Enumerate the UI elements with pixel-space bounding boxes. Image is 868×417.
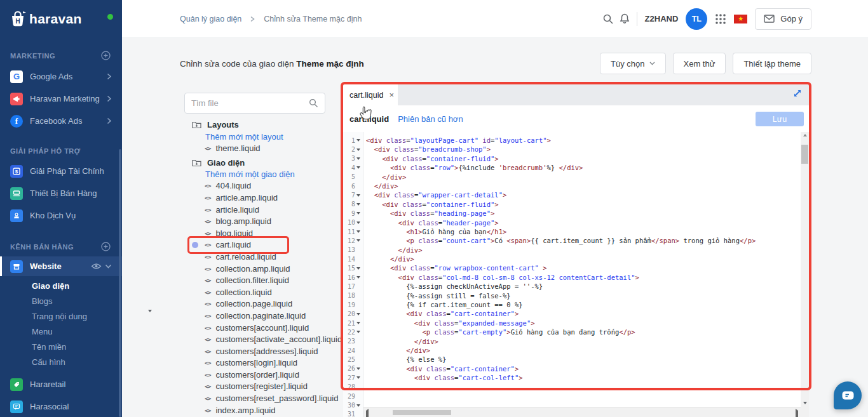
logo-row[interactable]: H haravan [0, 0, 122, 38]
editor-horizontal-scrollbar[interactable] [363, 407, 801, 417]
code-content[interactable]: <div class="layoutPage-cart" id="layout-… [363, 132, 809, 417]
tree-file-collection-amp-liquid[interactable]: <>collection.amp.liquid [184, 263, 325, 275]
code-line[interactable]: <div class="breadcrumb-shop"> [366, 145, 809, 154]
code-line[interactable]: <div class="layoutPage-cart" id="layout-… [366, 136, 809, 145]
fold-arrow-icon[interactable] [355, 404, 362, 407]
tree-file-customers-register-liquid[interactable]: <>customers[register].liquid [184, 381, 325, 393]
old-version-link[interactable]: Phiên bản cũ hơn [398, 114, 463, 124]
code-line[interactable] [366, 383, 809, 392]
code-line[interactable]: {% if cart.item_count == 0 %} [366, 300, 809, 309]
sidebar-item-harasocial[interactable]: Harasocial [0, 395, 122, 417]
file-search-box[interactable] [184, 93, 325, 114]
breadcrumb-theme-manager[interactable]: Quản lý giao diện [180, 15, 241, 23]
scroll-left-icon[interactable] [366, 411, 369, 417]
code-line[interactable]: </div> [366, 337, 809, 346]
code-line[interactable]: <div class="col-md-8 col-sm-8 col-xs-12 … [366, 273, 809, 282]
tree-add-link[interactable]: Thêm mới một layout [184, 131, 325, 142]
code-line[interactable]: <h1>Giỏ hàng của bạn</h1> [366, 227, 809, 236]
tab-close-icon[interactable]: × [390, 90, 395, 100]
code-line[interactable]: </div> [366, 346, 809, 355]
tree-file-cart-reload-liquid[interactable]: <>cart.reload.liquid [184, 251, 325, 263]
code-line[interactable]: <div class="header-page"> [366, 218, 809, 227]
code-line[interactable]: <div class="row">{%include 'breadcrumb'%… [366, 163, 809, 172]
theme-settings-button[interactable]: Thiết lập theme [733, 53, 811, 74]
tree-file-customers-addresses-liquid[interactable]: <>customers[addresses].liquid [184, 345, 325, 357]
tree-file-blog-liquid[interactable]: <>blog.liquid [184, 227, 325, 239]
code-line[interactable]: <div class="expanded-message"> [366, 319, 809, 328]
submenu-item-giao-dien[interactable]: Giao diện [0, 278, 122, 293]
tree-file-404-liquid[interactable]: <>404.liquid [184, 180, 325, 192]
options-button[interactable]: Tùy chọn [600, 53, 665, 74]
tree-file-customers-reset-password-liquid[interactable]: <>customers[reset_password].liquid [184, 392, 325, 404]
account-name[interactable]: Z2HAND [645, 14, 679, 23]
tree-file-customers-account-liquid[interactable]: <>customers[account].liquid [184, 322, 325, 334]
save-button[interactable]: Lưu [756, 112, 804, 126]
submenu-item-trang-noi-dung[interactable]: Trang nội dung [0, 308, 122, 324]
tree-file-collection-liquid[interactable]: <>collection.liquid [184, 286, 325, 298]
tree-add-link[interactable]: Thêm mới một giao diện [184, 169, 325, 180]
fold-arrow-icon[interactable] [355, 212, 362, 215]
fold-arrow-icon[interactable] [355, 222, 362, 224]
code-line[interactable]: <div class="cart-container"> [366, 364, 809, 373]
tree-folder-giao-dien[interactable]: Giao diện [184, 157, 325, 169]
tree-file-cart-liquid[interactable]: <>cart.liquid [184, 239, 325, 251]
search-icon[interactable] [600, 11, 616, 27]
add-circle-icon[interactable] [101, 51, 111, 60]
fold-arrow-icon[interactable] [355, 203, 362, 206]
horizontal-scroll-thumb[interactable] [393, 410, 451, 415]
fold-arrow-icon[interactable] [355, 276, 362, 279]
fold-arrow-icon[interactable] [355, 239, 362, 242]
code-line[interactable]: <div class="heading-page"> [366, 209, 809, 218]
code-line[interactable]: <p class="cart-empty">Giỏ hàng của bạn đ… [366, 328, 809, 336]
tree-file-customers-activate-account-liquid[interactable]: <>customers[activate_account].liquid [184, 333, 325, 345]
code-line[interactable]: {% else %} [366, 355, 809, 364]
fold-arrow-icon[interactable] [355, 376, 362, 379]
submenu-item-ten-mien[interactable]: Tên miền [0, 339, 122, 354]
scroll-up-icon[interactable] [801, 134, 809, 136]
sidebar-item-website[interactable]: Website [0, 256, 122, 276]
tree-file-blog-amp-liquid[interactable]: <>blog.amp.liquid [184, 215, 325, 227]
code-line[interactable]: <div class="cart-container"> [366, 309, 809, 318]
feedback-button[interactable]: Góp ý [755, 8, 811, 30]
tree-file-customers-login-liquid[interactable]: <>customers[login].liquid [184, 357, 325, 369]
tree-scroll-down-icon[interactable] [148, 312, 152, 324]
code-line[interactable]: <div class="row wrapbox-content-cart" > [366, 263, 809, 272]
tree-file-collection-filter-liquid[interactable]: <>collection.filter.liquid [184, 274, 325, 286]
tree-file-customers-order-liquid[interactable]: <>customers[order].liquid [184, 369, 325, 381]
code-area[interactable]: 1234567891011121314151617181920212223242… [343, 132, 809, 417]
sidebar-item-kho-dich-vu[interactable]: Kho Dịch Vụ [0, 204, 122, 227]
code-line[interactable]: <div class="cart-col-left"> [366, 373, 809, 382]
code-line[interactable]: <div class="container-fluid"> [366, 200, 809, 209]
vertical-scroll-thumb[interactable] [801, 145, 808, 164]
code-line[interactable]: </div> [366, 182, 809, 190]
code-line[interactable]: </div> [366, 173, 809, 182]
tree-file-collection-page-liquid[interactable]: <>collection.page.liquid [184, 298, 325, 310]
tree-file-article-amp-liquid[interactable]: <>article.amp.liquid [184, 192, 325, 204]
avatar[interactable]: TL [686, 8, 707, 30]
fold-arrow-icon[interactable] [355, 230, 362, 233]
submenu-item-blogs[interactable]: Blogs [0, 293, 122, 308]
fold-arrow-icon[interactable] [355, 313, 362, 315]
submenu-item-menu[interactable]: Menu [0, 324, 122, 339]
tab-cart-liquid[interactable]: cart.liquid × [343, 83, 398, 105]
tree-folder-layouts[interactable]: Layouts [184, 119, 325, 131]
fold-arrow-icon[interactable] [355, 267, 362, 270]
sidebar-item-giai-phap-tai-chinh[interactable]: $Giải Pháp Tài Chính [0, 160, 122, 182]
sidebar-item-thiet-bi-ban-hang[interactable]: Thiết Bị Bán Hàng [0, 182, 122, 204]
code-line[interactable]: </div> [366, 246, 809, 255]
fold-arrow-icon[interactable] [355, 194, 362, 197]
sidebar-item-haravan-marketing[interactable]: Haravan Marketing [0, 88, 122, 110]
fold-arrow-icon[interactable] [355, 367, 362, 370]
fold-arrow-icon[interactable] [355, 149, 362, 151]
code-line[interactable]: {%-assign still = false-%} [366, 291, 809, 300]
code-line[interactable] [366, 392, 809, 400]
sidebar-item-hararetail[interactable]: Hararetail [0, 373, 122, 395]
fold-arrow-icon[interactable] [355, 331, 362, 333]
submenu-item-cau-hinh[interactable]: Cấu hình [0, 354, 122, 369]
fold-arrow-icon[interactable] [355, 157, 362, 160]
code-line[interactable]: <p class="count-cart">Có <span>{{ cart.i… [366, 236, 809, 245]
notifications-bell-icon[interactable] [616, 11, 633, 27]
editor-vertical-scrollbar[interactable] [801, 132, 809, 407]
tree-file-collection-paginate-liquid[interactable]: <>collection.paginate.liquid [184, 310, 325, 322]
sidebar-item-google-ads[interactable]: GGoogle Ads [0, 65, 122, 88]
